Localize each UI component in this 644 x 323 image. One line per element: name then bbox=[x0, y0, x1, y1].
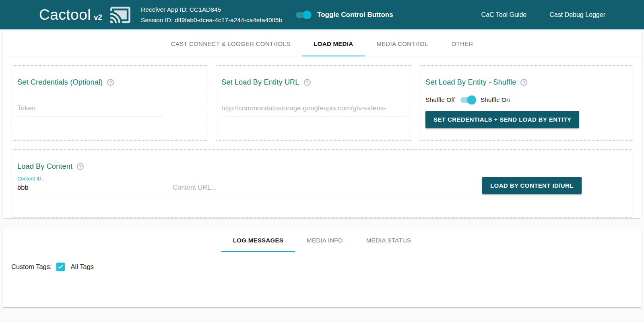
content-id-field: Content ID... bbox=[17, 176, 168, 195]
shuffle-off-label: Shuffle Off bbox=[425, 96, 455, 104]
load-by-content-title: Load By Content bbox=[17, 162, 72, 171]
content-id-floating-label: Content ID... bbox=[17, 176, 168, 182]
control-buttons-toggle-label: Toggle Control Buttons bbox=[317, 11, 393, 19]
cac-tool-guide-link[interactable]: CaC Tool Guide bbox=[481, 11, 527, 19]
receiver-app-id: Receiver App ID: CC1AD845 bbox=[141, 4, 282, 15]
load-media-panels: Set Credentials (Optional) ? Set Load By… bbox=[3, 56, 641, 141]
all-tags-checkbox[interactable] bbox=[56, 263, 65, 271]
load-by-content-panel: Load By Content ? Content ID... LOAD BY … bbox=[12, 149, 632, 218]
help-icon[interactable]: ? bbox=[107, 79, 114, 86]
log-tab-bar: LOG MESSAGES MEDIA INFO MEDIA STATUS bbox=[3, 228, 641, 252]
toggle-thumb bbox=[467, 95, 476, 104]
app-name: Cactool bbox=[39, 6, 91, 23]
session-info: Receiver App ID: CC1AD845 Session ID: df… bbox=[141, 4, 282, 25]
log-card: LOG MESSAGES MEDIA INFO MEDIA STATUS Cus… bbox=[3, 228, 641, 307]
content-url-input[interactable] bbox=[173, 184, 473, 195]
toggle-thumb bbox=[303, 10, 312, 19]
app-version: v2 bbox=[94, 13, 102, 22]
session-id: Session ID: dff9fab0-dcea-4c17-a244-ca4e… bbox=[141, 15, 282, 25]
content-url-field bbox=[173, 184, 473, 195]
media-controls-card: CAST CONNECT & LOGGER CONTROLS LOAD MEDI… bbox=[3, 31, 641, 218]
app-logo: Cactool v2 bbox=[39, 6, 102, 23]
control-buttons-toggle[interactable] bbox=[296, 11, 310, 19]
tab-cast-connect-logger-controls[interactable]: CAST CONNECT & LOGGER CONTROLS bbox=[159, 31, 302, 56]
set-load-by-entity-url-panel: Set Load By Entity URL ? bbox=[216, 65, 412, 141]
tab-media-status[interactable]: MEDIA STATUS bbox=[355, 228, 423, 252]
help-icon[interactable]: ? bbox=[520, 79, 527, 86]
set-credentials-panel: Set Credentials (Optional) ? bbox=[12, 65, 208, 141]
tab-other[interactable]: OTHER bbox=[440, 31, 485, 56]
help-icon[interactable]: ? bbox=[77, 163, 84, 170]
token-input[interactable] bbox=[17, 104, 163, 116]
shuffle-toggle[interactable] bbox=[460, 96, 475, 104]
set-load-by-entity-shuffle-panel: Set Load By Entity - Shuffle ? Shuffle O… bbox=[420, 65, 632, 141]
cast-debug-logger-link[interactable]: Cast Debug Logger bbox=[549, 11, 605, 19]
content-id-input[interactable] bbox=[17, 184, 168, 195]
shuffle-on-label: Shuffle On bbox=[481, 96, 510, 104]
set-load-by-entity-shuffle-title: Set Load By Entity - Shuffle bbox=[425, 78, 516, 87]
tab-media-info[interactable]: MEDIA INFO bbox=[295, 228, 355, 252]
load-by-content-id-url-button[interactable]: LOAD BY CONTENT ID/URL bbox=[482, 177, 582, 194]
cast-connected-icon bbox=[109, 4, 131, 26]
help-icon[interactable]: ? bbox=[304, 79, 311, 86]
app-header: Cactool v2 Receiver App ID: CC1AD845 Ses… bbox=[0, 0, 644, 29]
check-icon bbox=[58, 264, 64, 270]
main-tab-bar: CAST CONNECT & LOGGER CONTROLS LOAD MEDI… bbox=[3, 31, 641, 56]
tab-media-control[interactable]: MEDIA CONTROL bbox=[365, 31, 440, 56]
set-load-by-entity-url-title: Set Load By Entity URL bbox=[221, 78, 299, 87]
tab-load-media[interactable]: LOAD MEDIA bbox=[302, 31, 365, 56]
custom-tags-label: Custom Tags: bbox=[11, 263, 52, 271]
all-tags-label: All Tags bbox=[71, 263, 94, 271]
entity-url-input[interactable] bbox=[221, 104, 407, 116]
set-credentials-title: Set Credentials (Optional) bbox=[17, 78, 103, 87]
set-credentials-send-load-by-entity-button[interactable]: SET CREDENTIALS + SEND LOAD BY ENTITY bbox=[425, 111, 579, 128]
log-messages-content: Custom Tags: All Tags bbox=[3, 252, 641, 282]
tab-log-messages[interactable]: LOG MESSAGES bbox=[221, 228, 295, 252]
